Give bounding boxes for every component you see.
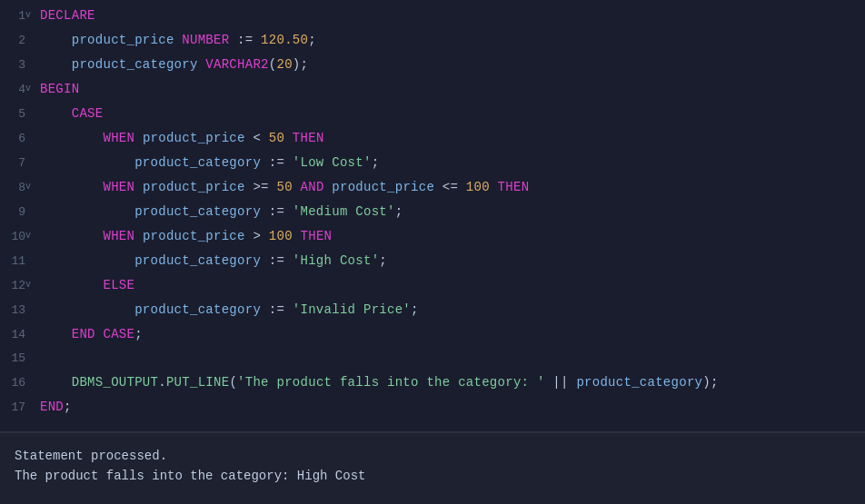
code-line: 2 product_price NUMBER := 120.50;: [0, 28, 865, 53]
line-number: 14: [0, 323, 33, 347]
code-content: END;: [33, 395, 72, 419]
fold-marker[interactable]: v: [25, 273, 31, 297]
line-number: 1v: [0, 5, 33, 28]
fold-marker[interactable]: v: [25, 224, 31, 248]
code-editor: 1vDECLARE2 product_price NUMBER := 120.5…: [0, 0, 865, 431]
code-line: 8v WHEN product_price >= 50 AND product_…: [0, 175, 865, 200]
output-panel: Statement processed.The product falls in…: [0, 431, 865, 504]
code-content: DBMS_OUTPUT.PUT_LINE('The product falls …: [33, 371, 719, 394]
code-content: product_category := 'High Cost';: [33, 249, 387, 272]
code-line: 11 product_category := 'High Cost';: [0, 249, 865, 273]
code-line: 5 CASE: [0, 102, 865, 126]
code-content: product_category VARCHAR2(20);: [33, 53, 308, 76]
code-line: 10v WHEN product_price > 100 THEN: [0, 224, 865, 249]
code-line: 16 DBMS_OUTPUT.PUT_LINE('The product fal…: [0, 371, 865, 395]
line-number: 7: [0, 152, 33, 175]
code-line: 13 product_category := 'Invalid Price';: [0, 298, 865, 322]
output-line: Statement processed.: [15, 446, 850, 466]
line-number: 16: [0, 371, 33, 395]
line-number: 17: [0, 396, 33, 420]
code-line: 7 product_category := 'Low Cost';: [0, 151, 865, 175]
line-number: 3: [0, 54, 33, 77]
code-line: 3 product_category VARCHAR2(20);: [0, 53, 865, 77]
line-number: 2: [0, 29, 33, 53]
line-number: 12v: [0, 274, 33, 298]
code-content: WHEN product_price > 100 THEN: [33, 224, 332, 248]
line-number: 15: [0, 347, 33, 371]
code-line: 9 product_category := 'Medium Cost';: [0, 200, 865, 224]
code-line: 6 WHEN product_price < 50 THEN: [0, 126, 865, 151]
line-number: 5: [0, 103, 33, 126]
code-line: 14 END CASE;: [0, 322, 865, 347]
code-content: ELSE: [33, 273, 134, 297]
code-line: 12v ELSE: [0, 273, 865, 298]
code-content: WHEN product_price >= 50 AND product_pri…: [33, 175, 529, 199]
code-content: product_category := 'Medium Cost';: [33, 200, 403, 223]
code-content: CASE: [33, 102, 103, 125]
code-content: product_price NUMBER := 120.50;: [33, 28, 316, 52]
output-line: The product falls into the category: Hig…: [15, 466, 850, 486]
line-number: 6: [0, 127, 33, 151]
code-line: 1vDECLARE: [0, 4, 865, 28]
fold-marker[interactable]: v: [25, 175, 31, 199]
code-line: 17END;: [0, 395, 865, 420]
code-content: BEGIN: [33, 77, 79, 101]
line-number: 8v: [0, 176, 33, 200]
code-content: DECLARE: [33, 4, 95, 27]
line-number: 4v: [0, 78, 33, 102]
fold-marker[interactable]: v: [25, 4, 31, 27]
code-content: END CASE;: [33, 322, 143, 346]
fold-marker[interactable]: v: [25, 77, 31, 101]
line-number: 11: [0, 250, 33, 273]
line-number: 13: [0, 299, 33, 322]
code-content: product_category := 'Invalid Price';: [33, 298, 419, 321]
code-content: product_category := 'Low Cost';: [33, 151, 379, 174]
code-line: 4vBEGIN: [0, 77, 865, 102]
code-line: 15: [0, 347, 865, 371]
line-number: 10v: [0, 225, 33, 249]
line-number: 9: [0, 201, 33, 224]
code-content: WHEN product_price < 50 THEN: [33, 126, 324, 150]
